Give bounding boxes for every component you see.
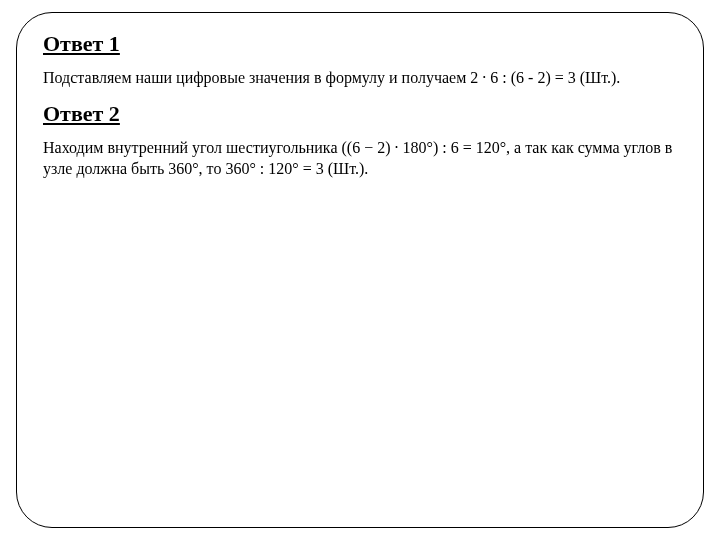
answer-2-text: Находим внутренний угол шестиугольника (… [43, 137, 677, 180]
content-card: Ответ 1 Подставляем наши цифровые значен… [16, 12, 704, 528]
answer-2-heading: Ответ 2 [43, 101, 677, 127]
answer-1-heading: Ответ 1 [43, 31, 677, 57]
answer-1-text: Подставляем наши цифровые значения в фор… [43, 67, 677, 89]
